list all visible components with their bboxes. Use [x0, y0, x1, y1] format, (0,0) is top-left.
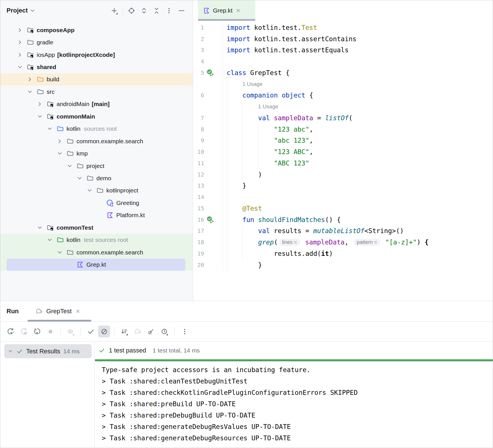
more-icon[interactable] — [165, 7, 173, 14]
folder-icon — [67, 138, 74, 145]
editor-tab-grep-kt[interactable]: Grep.kt — [198, 0, 255, 21]
tree-item-commonmain[interactable]: commonMain — [0, 110, 193, 123]
project-view-selector[interactable]: Project — [7, 7, 34, 14]
console-line: > Task :shared:generateDebugResources UP… — [102, 432, 493, 444]
add-icon[interactable] — [110, 7, 118, 14]
tree-item-label: kotlin — [67, 237, 80, 243]
import-tests-icon[interactable] — [145, 325, 157, 337]
code-line: 11"ABC 123" — [193, 157, 493, 169]
chevron-down-icon[interactable] — [37, 225, 43, 231]
tree-item-src[interactable]: src — [0, 86, 193, 98]
line-number: 11 — [193, 160, 204, 167]
tree-item-gradle[interactable]: gradle — [0, 36, 193, 48]
chevron-down-icon[interactable] — [37, 113, 43, 120]
editor-tab-bar: Grep.kt — [193, 0, 493, 21]
chevron-down-icon[interactable] — [86, 187, 93, 194]
close-icon[interactable] — [235, 8, 241, 13]
code-token: GrepTest { — [246, 69, 289, 76]
tree-item-label: kmp — [76, 150, 88, 157]
code-token: = — [313, 114, 325, 122]
test-folder-icon — [57, 236, 64, 244]
tree-item-label: Grep.kt — [86, 261, 106, 268]
kotlin-file-icon — [203, 7, 210, 14]
test-output-pane: 1 test passed 1 test total, 14 ms Type-s… — [95, 342, 493, 448]
tree-item-greeting[interactable]: Greeting — [0, 197, 193, 209]
tree-item-shared[interactable]: shared — [0, 61, 193, 73]
module-folder-icon — [47, 100, 54, 108]
run-test-icon[interactable] — [204, 214, 223, 225]
run-tab-greptest[interactable]: GrepTest — [35, 308, 81, 315]
code-line: 20} — [193, 259, 493, 271]
editor-tab-label: Grep.kt — [213, 7, 233, 14]
collapse-all-icon[interactable] — [152, 7, 160, 14]
chevron-right-icon[interactable] — [17, 39, 23, 45]
gutter — [204, 259, 223, 271]
tree-item-composeapp[interactable]: composeApp — [0, 24, 193, 36]
tree-item-project[interactable]: project — [0, 160, 193, 172]
chevron-down-icon[interactable] — [17, 64, 23, 70]
tree-item-label: build — [47, 76, 59, 83]
tree-item-demo[interactable]: demo — [0, 172, 193, 184]
tree-item-common-example-search[interactable]: common.example.search — [0, 135, 193, 147]
code-line: 4 — [193, 56, 493, 67]
chevron-down-icon[interactable] — [67, 163, 73, 169]
chevron-down-icon[interactable] — [8, 349, 13, 354]
run-test-icon[interactable] — [204, 67, 223, 78]
line-number: 9 — [193, 137, 204, 144]
tree-item-build[interactable]: build — [0, 73, 193, 86]
tree-item-kotlin[interactable]: kotlintest sources root — [0, 234, 193, 246]
code-token: ) — [258, 171, 262, 178]
usage-hint[interactable]: 1 Usage — [242, 81, 262, 87]
locate-file-icon[interactable] — [127, 7, 135, 14]
tree-item-iosapp[interactable]: iosApp[kotlinprojectXcode] — [0, 49, 193, 61]
chevron-down-icon[interactable] — [47, 126, 53, 132]
tree-item-androidmain[interactable]: androidMain[main] — [0, 98, 193, 110]
tree-item-platform-kt[interactable]: Platform.kt — [0, 209, 193, 221]
chevron-right-icon[interactable] — [17, 27, 23, 33]
console-output[interactable]: Type-safe project accessors is an incuba… — [95, 362, 493, 448]
chevron-down-icon[interactable] — [47, 237, 53, 243]
tree-item-kmp[interactable]: kmp — [0, 147, 193, 159]
chevron-down-icon[interactable] — [27, 89, 33, 95]
chevron-down-icon[interactable] — [76, 175, 83, 181]
test-results-row[interactable]: Test Results 14 ms — [4, 344, 92, 358]
line-number: 16 — [193, 216, 204, 223]
line-number: 6 — [193, 92, 204, 99]
tests-total-text: 1 test total, 14 ms — [153, 347, 200, 354]
line-number: 7 — [193, 115, 204, 121]
code-line: 15@Test — [193, 203, 493, 214]
tree-item-commontest[interactable]: commonTest — [0, 221, 193, 234]
tree-item-kotlin[interactable]: kotlinsources root — [0, 123, 193, 135]
chevron-down-icon[interactable] — [57, 150, 63, 157]
chevron-right-icon[interactable] — [27, 76, 33, 82]
hide-panel-icon[interactable] — [177, 7, 185, 14]
kotlin-file-icon — [76, 261, 84, 268]
rerun-auto-icon[interactable] — [31, 325, 43, 337]
chevron-right-icon[interactable] — [37, 101, 43, 107]
close-icon[interactable] — [75, 308, 81, 314]
rerun-icon[interactable] — [4, 325, 16, 337]
code-line: 17val results = mutableListOf<String>() — [193, 225, 493, 237]
tree-item-label: demo — [96, 175, 111, 182]
chevron-down-icon[interactable] — [57, 249, 63, 256]
chevron-right-icon[interactable] — [57, 138, 63, 144]
sort-by-duration-icon[interactable] — [118, 325, 130, 337]
rerun-failed-icon — [18, 325, 30, 337]
usage-hint[interactable]: 1 Usage — [258, 103, 278, 110]
test-history-icon[interactable] — [158, 325, 170, 337]
tree-item-common-example-search[interactable]: common.example.search — [0, 246, 193, 258]
chevron-right-icon[interactable] — [17, 52, 23, 58]
tree-item-label: Greeting — [116, 200, 139, 206]
code-editor[interactable]: 1import kotlin.test.Test2import kotlin.t… — [193, 21, 493, 301]
expand-all-icon[interactable] — [140, 7, 148, 14]
code-token: { — [425, 238, 429, 246]
show-passed-icon[interactable] — [85, 325, 97, 337]
more-icon[interactable] — [179, 325, 190, 337]
show-ignored-icon[interactable] — [98, 325, 110, 337]
folder-icon — [86, 175, 94, 182]
tree-item-kotlinproject[interactable]: kotlinproject — [0, 184, 193, 197]
code-token: "[a-z]+" — [385, 238, 417, 246]
excluded-folder-icon — [37, 76, 44, 83]
code-token — [254, 216, 258, 223]
tree-item-grep-kt[interactable]: Grep.kt — [0, 258, 193, 271]
